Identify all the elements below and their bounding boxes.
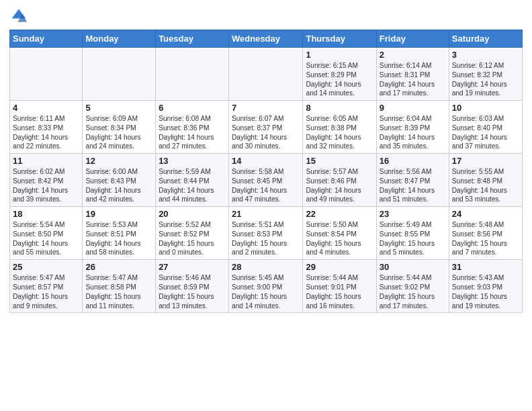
day-number: 8 [306,103,373,113]
day-info: Sunrise: 6:09 AM Sunset: 8:34 PM Dayligh… [85,114,152,151]
day-info: Sunrise: 6:04 AM Sunset: 8:39 PM Dayligh… [380,114,446,151]
header [9,7,523,26]
day-number: 24 [452,209,519,219]
day-number: 9 [380,103,446,113]
day-number: 14 [232,156,300,166]
day-info: Sunrise: 5:57 AM Sunset: 8:46 PM Dayligh… [306,167,373,204]
day-info: Sunrise: 6:00 AM Sunset: 8:43 PM Dayligh… [85,167,152,204]
weekday-header-thursday: Thursday [303,30,376,48]
day-info: Sunrise: 6:12 AM Sunset: 8:32 PM Dayligh… [452,61,519,98]
day-number: 13 [159,156,226,166]
calendar-cell [229,48,303,101]
day-info: Sunrise: 5:56 AM Sunset: 8:47 PM Dayligh… [380,167,446,204]
calendar-cell: 10Sunrise: 6:03 AM Sunset: 8:40 PM Dayli… [449,101,522,154]
calendar-cell: 7Sunrise: 6:07 AM Sunset: 8:37 PM Daylig… [229,101,303,154]
calendar-cell: 24Sunrise: 5:48 AM Sunset: 8:56 PM Dayli… [449,207,522,260]
day-number: 15 [306,156,373,166]
day-number: 25 [13,262,79,272]
day-number: 19 [85,209,152,219]
day-info: Sunrise: 5:47 AM Sunset: 8:58 PM Dayligh… [85,273,152,310]
calendar-cell: 26Sunrise: 5:47 AM Sunset: 8:58 PM Dayli… [83,260,156,313]
calendar-cell: 17Sunrise: 5:55 AM Sunset: 8:48 PM Dayli… [449,154,522,207]
day-number: 31 [452,262,519,272]
calendar-cell: 1Sunrise: 6:15 AM Sunset: 8:29 PM Daylig… [303,48,376,101]
calendar-cell: 22Sunrise: 5:50 AM Sunset: 8:54 PM Dayli… [303,207,376,260]
day-number: 7 [232,103,300,113]
day-number: 21 [232,209,300,219]
day-number: 3 [452,50,519,60]
day-info: Sunrise: 5:45 AM Sunset: 9:00 PM Dayligh… [232,273,300,310]
day-info: Sunrise: 6:07 AM Sunset: 8:37 PM Dayligh… [232,114,300,151]
day-info: Sunrise: 6:15 AM Sunset: 8:29 PM Dayligh… [306,61,373,98]
weekday-header-wednesday: Wednesday [229,30,303,48]
calendar-cell: 21Sunrise: 5:51 AM Sunset: 8:53 PM Dayli… [229,207,303,260]
day-info: Sunrise: 5:43 AM Sunset: 9:03 PM Dayligh… [452,273,519,310]
calendar-cell: 14Sunrise: 5:58 AM Sunset: 8:45 PM Dayli… [229,154,303,207]
day-number: 17 [452,156,519,166]
day-number: 30 [380,262,446,272]
day-number: 11 [13,156,79,166]
calendar-cell [10,48,83,101]
day-info: Sunrise: 6:14 AM Sunset: 8:31 PM Dayligh… [380,61,446,98]
weekday-header-friday: Friday [376,30,449,48]
calendar-cell: 3Sunrise: 6:12 AM Sunset: 8:32 PM Daylig… [449,48,522,101]
calendar-cell [156,48,229,101]
weekday-header-monday: Monday [83,30,156,48]
calendar-cell: 6Sunrise: 6:08 AM Sunset: 8:36 PM Daylig… [156,101,229,154]
day-info: Sunrise: 5:46 AM Sunset: 8:59 PM Dayligh… [159,273,226,310]
calendar-cell: 9Sunrise: 6:04 AM Sunset: 8:39 PM Daylig… [376,101,449,154]
day-number: 4 [13,103,79,113]
day-number: 26 [85,262,152,272]
day-info: Sunrise: 6:02 AM Sunset: 8:42 PM Dayligh… [13,167,79,204]
calendar-cell: 2Sunrise: 6:14 AM Sunset: 8:31 PM Daylig… [376,48,449,101]
calendar-cell: 16Sunrise: 5:56 AM Sunset: 8:47 PM Dayli… [376,154,449,207]
calendar-cell: 4Sunrise: 6:11 AM Sunset: 8:33 PM Daylig… [10,101,83,154]
day-info: Sunrise: 5:52 AM Sunset: 8:52 PM Dayligh… [159,220,226,257]
day-info: Sunrise: 6:11 AM Sunset: 8:33 PM Dayligh… [13,114,79,151]
calendar-cell: 19Sunrise: 5:53 AM Sunset: 8:51 PM Dayli… [83,207,156,260]
weekday-header-tuesday: Tuesday [156,30,229,48]
day-info: Sunrise: 5:58 AM Sunset: 8:45 PM Dayligh… [232,167,300,204]
day-info: Sunrise: 6:05 AM Sunset: 8:38 PM Dayligh… [306,114,373,151]
calendar-cell: 13Sunrise: 5:59 AM Sunset: 8:44 PM Dayli… [156,154,229,207]
day-number: 16 [380,156,446,166]
weekday-header-saturday: Saturday [449,30,522,48]
calendar-cell: 31Sunrise: 5:43 AM Sunset: 9:03 PM Dayli… [449,260,522,313]
calendar-cell: 28Sunrise: 5:45 AM Sunset: 9:00 PM Dayli… [229,260,303,313]
day-info: Sunrise: 6:03 AM Sunset: 8:40 PM Dayligh… [452,114,519,151]
calendar-cell: 25Sunrise: 5:47 AM Sunset: 8:57 PM Dayli… [10,260,83,313]
calendar: SundayMondayTuesdayWednesdayThursdayFrid… [9,30,523,313]
calendar-cell: 27Sunrise: 5:46 AM Sunset: 8:59 PM Dayli… [156,260,229,313]
day-info: Sunrise: 5:53 AM Sunset: 8:51 PM Dayligh… [85,220,152,257]
calendar-cell: 15Sunrise: 5:57 AM Sunset: 8:46 PM Dayli… [303,154,376,207]
calendar-cell: 12Sunrise: 6:00 AM Sunset: 8:43 PM Dayli… [83,154,156,207]
day-info: Sunrise: 5:54 AM Sunset: 8:50 PM Dayligh… [13,220,79,257]
day-number: 27 [159,262,226,272]
calendar-cell: 18Sunrise: 5:54 AM Sunset: 8:50 PM Dayli… [10,207,83,260]
day-number: 23 [380,209,446,219]
calendar-cell: 8Sunrise: 6:05 AM Sunset: 8:38 PM Daylig… [303,101,376,154]
day-info: Sunrise: 5:55 AM Sunset: 8:48 PM Dayligh… [452,167,519,204]
day-info: Sunrise: 5:50 AM Sunset: 8:54 PM Dayligh… [306,220,373,257]
day-number: 18 [13,209,79,219]
day-number: 1 [306,50,373,60]
calendar-cell: 11Sunrise: 6:02 AM Sunset: 8:42 PM Dayli… [10,154,83,207]
calendar-cell: 29Sunrise: 5:44 AM Sunset: 9:01 PM Dayli… [303,260,376,313]
day-number: 6 [159,103,226,113]
day-number: 20 [159,209,226,219]
day-info: Sunrise: 5:59 AM Sunset: 8:44 PM Dayligh… [159,167,226,204]
calendar-cell: 23Sunrise: 5:49 AM Sunset: 8:55 PM Dayli… [376,207,449,260]
logo [9,7,31,26]
day-number: 5 [85,103,152,113]
calendar-cell: 20Sunrise: 5:52 AM Sunset: 8:52 PM Dayli… [156,207,229,260]
day-number: 22 [306,209,373,219]
weekday-header-sunday: Sunday [10,30,83,48]
day-number: 29 [306,262,373,272]
day-number: 12 [85,156,152,166]
day-info: Sunrise: 5:47 AM Sunset: 8:57 PM Dayligh… [13,273,79,310]
day-info: Sunrise: 5:44 AM Sunset: 9:01 PM Dayligh… [306,273,373,310]
day-info: Sunrise: 6:08 AM Sunset: 8:36 PM Dayligh… [159,114,226,151]
day-number: 10 [452,103,519,113]
day-info: Sunrise: 5:51 AM Sunset: 8:53 PM Dayligh… [232,220,300,257]
logo-icon [9,7,28,26]
